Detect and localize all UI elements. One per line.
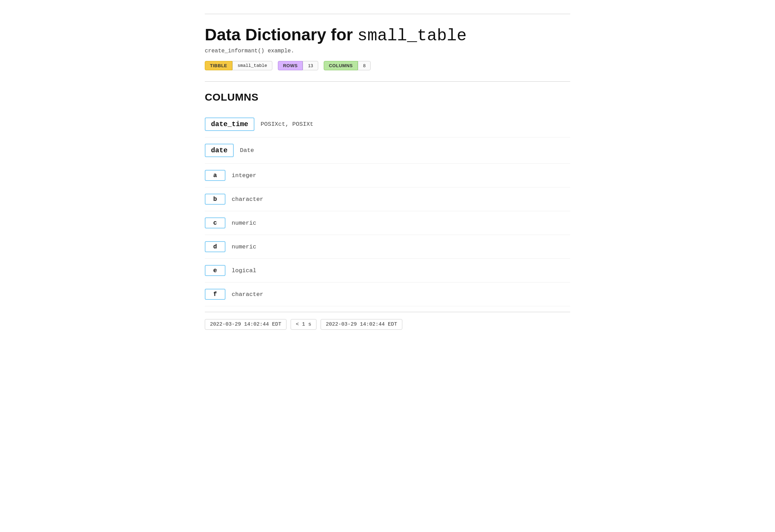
columns-badge: COLUMNS 8	[324, 61, 371, 70]
columns-list: date_timePOSIXct, POSIXtdateDateainteger…	[205, 111, 570, 306]
section-divider	[205, 81, 570, 82]
column-name-box: date	[205, 144, 234, 157]
column-row: cnumeric	[205, 211, 570, 235]
tibble-value: small_table	[232, 61, 272, 70]
footer-timestamp-end: 2022-03-29 14:02:44 EDT	[321, 319, 402, 330]
column-row: date_timePOSIXct, POSIXt	[205, 111, 570, 137]
column-type: numeric	[232, 244, 256, 250]
column-row: dateDate	[205, 137, 570, 164]
column-name-box: f	[205, 289, 225, 300]
column-type: integer	[232, 172, 256, 179]
footer-duration: < 1 s	[291, 319, 316, 330]
page-title: Data Dictionary for small_table	[205, 25, 570, 45]
column-type: character	[232, 291, 263, 298]
column-name-box: d	[205, 241, 225, 252]
columns-label: COLUMNS	[324, 61, 358, 70]
column-name-box: c	[205, 217, 225, 228]
footer-divider	[205, 312, 570, 312]
columns-value: 8	[358, 61, 371, 70]
column-type: logical	[232, 267, 256, 274]
column-row: bcharacter	[205, 187, 570, 211]
section-title: COLUMNS	[205, 91, 570, 103]
column-type: POSIXct, POSIXt	[261, 121, 313, 127]
rows-badge: ROWS 13	[278, 61, 318, 70]
footer-row: 2022-03-29 14:02:44 EDT < 1 s 2022-03-29…	[205, 319, 570, 330]
tibble-label: TIBBLE	[205, 61, 232, 70]
subtitle: create_informant() example.	[205, 48, 570, 54]
column-type: numeric	[232, 220, 256, 226]
column-type: character	[232, 196, 263, 203]
top-divider	[205, 14, 570, 14]
title-monospace: small_table	[358, 27, 467, 45]
column-name-box: date_time	[205, 117, 254, 131]
column-name-box: a	[205, 170, 225, 181]
column-row: elogical	[205, 259, 570, 283]
tibble-badge: TIBBLE small_table	[205, 61, 272, 70]
footer-timestamp-start: 2022-03-29 14:02:44 EDT	[205, 319, 286, 330]
column-name-box: b	[205, 194, 225, 205]
title-prefix: Data Dictionary for	[205, 25, 353, 44]
column-row: ainteger	[205, 164, 570, 187]
rows-label: ROWS	[278, 61, 303, 70]
column-type: Date	[240, 147, 254, 154]
column-name-box: e	[205, 265, 225, 276]
column-row: dnumeric	[205, 235, 570, 259]
badges-row: TIBBLE small_table ROWS 13 COLUMNS 8	[205, 61, 570, 70]
column-row: fcharacter	[205, 283, 570, 306]
rows-value: 13	[303, 61, 318, 70]
page-container: Data Dictionary for small_table create_i…	[184, 0, 591, 350]
